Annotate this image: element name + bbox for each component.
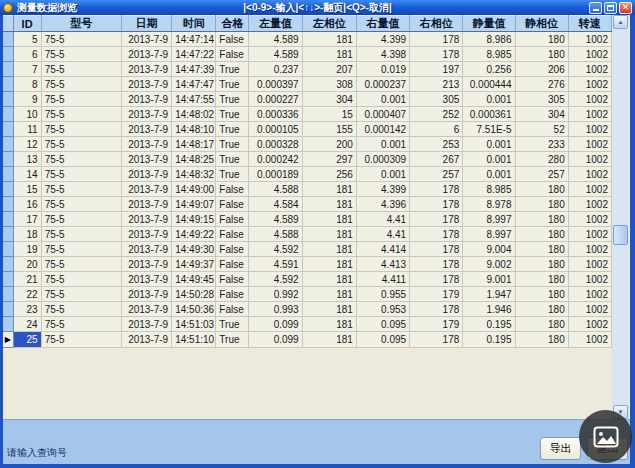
- cell-static_value[interactable]: 0.195: [463, 332, 515, 348]
- cell-date[interactable]: 2013-7-9: [121, 182, 171, 197]
- cell-static_phase[interactable]: 180: [515, 182, 568, 197]
- cell-right_value[interactable]: 4.413: [356, 257, 409, 272]
- cell-speed[interactable]: 1002: [568, 122, 611, 137]
- cell-left_phase[interactable]: 207: [302, 62, 356, 77]
- cell-speed[interactable]: 1002: [568, 167, 611, 182]
- cell-static_value[interactable]: 8.978: [463, 197, 515, 212]
- cell-id[interactable]: 10: [13, 107, 41, 122]
- cell-right_phase[interactable]: 178: [410, 227, 463, 242]
- cell-right_value[interactable]: 4.399: [356, 182, 409, 197]
- cell-static_phase[interactable]: 180: [515, 272, 568, 287]
- cell-pass[interactable]: True: [216, 167, 249, 182]
- cell-static_phase[interactable]: 180: [515, 32, 568, 47]
- cell-speed[interactable]: 1002: [568, 62, 611, 77]
- cell-left_value[interactable]: 0.099: [249, 332, 302, 348]
- cell-model[interactable]: 75-5: [41, 197, 121, 212]
- row-header[interactable]: [3, 137, 13, 152]
- cell-right_phase[interactable]: 178: [410, 242, 463, 257]
- cell-id[interactable]: 21: [13, 272, 41, 287]
- close-button[interactable]: ✕: [619, 2, 632, 14]
- cell-static_phase[interactable]: 180: [515, 332, 568, 348]
- cell-speed[interactable]: 1002: [568, 137, 611, 152]
- cell-static_value[interactable]: 8.985: [463, 182, 515, 197]
- cell-model[interactable]: 75-5: [41, 272, 121, 287]
- cell-time[interactable]: 14:51:03: [172, 317, 216, 332]
- cell-left_phase[interactable]: 181: [302, 287, 356, 302]
- cell-static_value[interactable]: 0.001: [463, 137, 515, 152]
- cell-right_value[interactable]: 0.019: [356, 62, 409, 77]
- row-header[interactable]: [3, 182, 13, 197]
- column-header-left_value[interactable]: 左量值: [249, 16, 302, 32]
- cell-time[interactable]: 14:48:25: [172, 152, 216, 167]
- cell-left_phase[interactable]: 181: [302, 32, 356, 47]
- cell-model[interactable]: 75-5: [41, 77, 121, 92]
- cell-time[interactable]: 14:49:22: [172, 227, 216, 242]
- cell-static_phase[interactable]: 276: [515, 77, 568, 92]
- cell-model[interactable]: 75-5: [41, 47, 121, 62]
- cell-static_value[interactable]: 0.000444: [463, 77, 515, 92]
- cell-left_value[interactable]: 4.589: [249, 212, 302, 227]
- cell-left_value[interactable]: 0.237: [249, 62, 302, 77]
- cell-id[interactable]: 18: [13, 227, 41, 242]
- cell-right_phase[interactable]: 253: [410, 137, 463, 152]
- cell-right_phase[interactable]: 178: [410, 32, 463, 47]
- cell-model[interactable]: 75-5: [41, 107, 121, 122]
- cell-speed[interactable]: 1002: [568, 317, 611, 332]
- cell-date[interactable]: 2013-7-9: [121, 317, 171, 332]
- cell-right_phase[interactable]: 257: [410, 167, 463, 182]
- cell-right_value[interactable]: 4.414: [356, 242, 409, 257]
- cell-static_phase[interactable]: 180: [515, 197, 568, 212]
- cell-speed[interactable]: 1002: [568, 242, 611, 257]
- cell-static_phase[interactable]: 206: [515, 62, 568, 77]
- cell-time[interactable]: 14:49:30: [172, 242, 216, 257]
- scroll-up-button[interactable]: ▲: [613, 15, 628, 29]
- cell-date[interactable]: 2013-7-9: [121, 287, 171, 302]
- cell-pass[interactable]: True: [216, 107, 249, 122]
- cell-left_value[interactable]: 0.000328: [249, 137, 302, 152]
- cell-pass[interactable]: True: [216, 137, 249, 152]
- column-header-id[interactable]: ID: [13, 16, 41, 32]
- cell-left_value[interactable]: 0.993: [249, 302, 302, 317]
- cell-id[interactable]: 8: [13, 77, 41, 92]
- cell-date[interactable]: 2013-7-9: [121, 107, 171, 122]
- cell-static_phase[interactable]: 257: [515, 167, 568, 182]
- row-header[interactable]: [3, 227, 13, 242]
- cell-left_value[interactable]: 0.000189: [249, 167, 302, 182]
- cell-static_value[interactable]: 8.997: [463, 227, 515, 242]
- row-header[interactable]: [3, 212, 13, 227]
- row-header[interactable]: [3, 242, 13, 257]
- cell-model[interactable]: 75-5: [41, 62, 121, 77]
- cell-left_value[interactable]: 4.588: [249, 182, 302, 197]
- cell-pass[interactable]: False: [216, 242, 249, 257]
- cell-pass[interactable]: False: [216, 182, 249, 197]
- cell-date[interactable]: 2013-7-9: [121, 77, 171, 92]
- cell-date[interactable]: 2013-7-9: [121, 122, 171, 137]
- cell-left_value[interactable]: 0.000227: [249, 92, 302, 107]
- cell-left_phase[interactable]: 304: [302, 92, 356, 107]
- cell-time[interactable]: 14:49:45: [172, 272, 216, 287]
- cell-left_phase[interactable]: 181: [302, 302, 356, 317]
- cell-right_phase[interactable]: 6: [410, 122, 463, 137]
- cell-date[interactable]: 2013-7-9: [121, 227, 171, 242]
- cell-right_phase[interactable]: 197: [410, 62, 463, 77]
- cell-model[interactable]: 75-5: [41, 182, 121, 197]
- cell-time[interactable]: 14:48:17: [172, 137, 216, 152]
- cell-right_value[interactable]: 0.955: [356, 287, 409, 302]
- cell-speed[interactable]: 1002: [568, 152, 611, 167]
- cell-model[interactable]: 75-5: [41, 32, 121, 47]
- cell-speed[interactable]: 1002: [568, 182, 611, 197]
- cell-left_phase[interactable]: 181: [302, 242, 356, 257]
- cell-static_value[interactable]: 9.004: [463, 242, 515, 257]
- cell-left_value[interactable]: 0.000105: [249, 122, 302, 137]
- cell-static_value[interactable]: 0.001: [463, 167, 515, 182]
- cell-date[interactable]: 2013-7-9: [121, 197, 171, 212]
- column-header-right_phase[interactable]: 右相位: [410, 16, 463, 32]
- cell-speed[interactable]: 1002: [568, 32, 611, 47]
- cell-date[interactable]: 2013-7-9: [121, 242, 171, 257]
- cell-static_phase[interactable]: 305: [515, 92, 568, 107]
- cell-right_value[interactable]: 4.396: [356, 197, 409, 212]
- cell-static_phase[interactable]: 180: [515, 317, 568, 332]
- cell-model[interactable]: 75-5: [41, 227, 121, 242]
- cell-static_value[interactable]: 8.986: [463, 32, 515, 47]
- column-header-static_phase[interactable]: 静相位: [515, 16, 568, 32]
